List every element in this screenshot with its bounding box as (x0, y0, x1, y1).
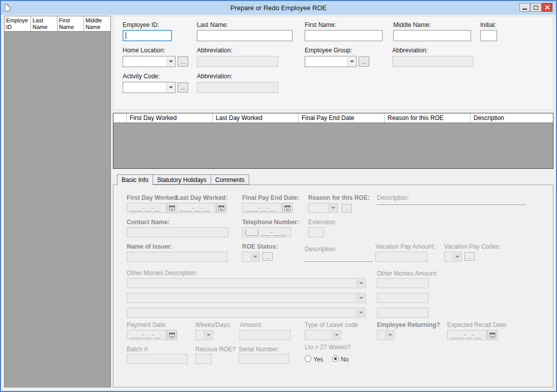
column-header-row-selector (113, 113, 127, 123)
employee-list-body[interactable] (5, 32, 110, 387)
employee-group-label: Employee Group: (305, 47, 352, 54)
dropdown-arrow-icon (329, 204, 337, 212)
reissue-roe-input (195, 354, 212, 364)
expected-recall-date-input (447, 330, 487, 340)
other-monies-select-2 (127, 293, 366, 303)
telephone-number-label: Telephone Number: (242, 219, 299, 226)
telephone-number-input (242, 227, 291, 237)
batch-number-input (127, 354, 188, 364)
payment-date-calendar-button (167, 330, 177, 340)
description-label: Description: (377, 194, 409, 201)
amount-label: Amount: (240, 321, 262, 328)
roe-status-label: ROE Status: (242, 243, 278, 250)
vacation-pay-codes-select (444, 252, 462, 262)
lto-yes-radio[interactable] (305, 355, 311, 362)
lto-no-radio[interactable] (332, 355, 339, 362)
text-caret (126, 32, 126, 39)
roe-window: Prepare or Redo Employee ROE Employe ID … (0, 0, 557, 392)
employee-returning-select (377, 330, 395, 340)
column-header-last-day-worked[interactable]: Last Day Worked (213, 113, 299, 123)
other-monies-amount-input-1 (377, 278, 429, 288)
payment-date-label: Payment Date: (127, 321, 167, 328)
column-header-description[interactable]: Description (471, 113, 553, 123)
weeks-days-label: Weeks/Days: (195, 321, 231, 328)
calendar-icon (169, 205, 175, 211)
type-of-leave-select (305, 330, 341, 340)
middle-name-input[interactable] (393, 30, 471, 41)
last-name-input[interactable] (197, 30, 292, 41)
other-monies-amount-input-2 (377, 293, 429, 303)
last-day-worked-calendar-button (216, 203, 226, 213)
other-monies-select-3 (127, 308, 366, 318)
employee-group-browse-button[interactable]: ... (359, 56, 369, 67)
group-abbreviation-input (392, 56, 474, 67)
other-monies-select-1 (127, 278, 366, 288)
first-day-worked-calendar-button (167, 203, 177, 213)
description-underline-field (377, 204, 525, 205)
batch-number-label: Batch #: (127, 346, 149, 353)
tab-basic-info[interactable]: Basic Info (117, 174, 153, 185)
minimize-icon (522, 9, 527, 10)
lto-yes-radio-label[interactable]: Yes (313, 356, 324, 363)
employee-list[interactable]: Employe ID Last Name First Name Middle N… (4, 16, 111, 387)
dropdown-arrow-icon (453, 253, 461, 261)
description2-label: Description: (305, 246, 337, 253)
tab-comments[interactable]: Comments (211, 174, 249, 185)
home-location-select[interactable] (123, 56, 175, 67)
name-of-issuer-label: Name of Issuer: (127, 243, 172, 250)
roe-history-grid[interactable]: First Day Worked Last Day Worked Final P… (113, 113, 553, 169)
final-pay-end-date-calendar-button (282, 203, 292, 213)
calendar-icon (284, 205, 290, 211)
close-button[interactable] (542, 3, 552, 12)
employee-list-header: Employe ID Last Name First Name Middle N… (5, 16, 110, 32)
dropdown-arrow-icon (166, 83, 174, 92)
home-abbreviation-input (197, 56, 278, 67)
column-header-reason-for-roe[interactable]: Reason for this ROE (385, 113, 471, 123)
extension-input (308, 227, 324, 237)
calendar-icon (218, 205, 224, 211)
column-header-employee-id[interactable]: Employe ID (5, 16, 31, 31)
first-name-input[interactable] (305, 30, 383, 41)
final-pay-end-date-input (242, 203, 282, 213)
employee-id-label: Employee ID: (123, 21, 159, 28)
activity-code-browse-button[interactable]: ... (178, 82, 188, 93)
activity-abbreviation-label: Abbreviation: (197, 73, 232, 80)
tab-statutory-holidays[interactable]: Statutory Holidays (153, 174, 211, 185)
activity-code-select[interactable] (123, 82, 175, 93)
column-header-final-pay-end-date[interactable]: Final Pay End Date (299, 113, 385, 123)
vacation-pay-amount-input (375, 252, 427, 262)
weeks-days-select (195, 330, 213, 340)
extension-label: Extension: (308, 219, 337, 226)
title-bar[interactable]: Prepare or Redo Employee ROE (1, 1, 556, 15)
reissue-roe-label: Reissue ROE? (195, 346, 236, 353)
contact-name-label: Contact Name: (127, 219, 170, 226)
roe-grid-body[interactable] (113, 123, 553, 168)
roe-status-select (242, 252, 260, 262)
payment-date-input (127, 330, 166, 340)
last-name-label: Last Name: (197, 21, 228, 28)
other-monies-amount-label: Other Monies Amount: (377, 270, 437, 277)
employee-group-select[interactable] (305, 56, 357, 67)
column-header-first-name[interactable]: First Name (57, 16, 84, 31)
first-name-label: First Name: (305, 21, 336, 28)
amount-input (240, 330, 290, 340)
roe-grid-header: First Day Worked Last Day Worked Final P… (113, 113, 553, 123)
initial-label: Initial: (480, 21, 496, 28)
maximize-button[interactable] (531, 3, 541, 12)
employee-id-input[interactable] (123, 30, 172, 41)
dropdown-arrow-icon (166, 57, 174, 66)
dropdown-arrow-icon (347, 57, 356, 66)
column-header-last-name[interactable]: Last Name (31, 16, 57, 31)
calendar-icon (489, 333, 495, 338)
column-header-middle-name[interactable]: Middle Name (84, 16, 110, 31)
employee-detail-panel: Employee ID: Last Name: First Name: Midd… (113, 16, 553, 110)
serial-number-input (239, 354, 289, 364)
lto-no-radio-label[interactable]: No (341, 356, 348, 363)
final-pay-end-date-label: Final Pay End Date: (242, 194, 299, 201)
minimize-button[interactable] (519, 3, 530, 12)
calendar-icon (169, 333, 175, 338)
column-header-first-day-worked[interactable]: First Day Worked (127, 113, 213, 123)
initial-input[interactable] (480, 30, 497, 41)
home-location-browse-button[interactable]: ... (178, 56, 188, 67)
vacation-pay-amount-label: Vacation Pay Amount: (375, 243, 435, 250)
